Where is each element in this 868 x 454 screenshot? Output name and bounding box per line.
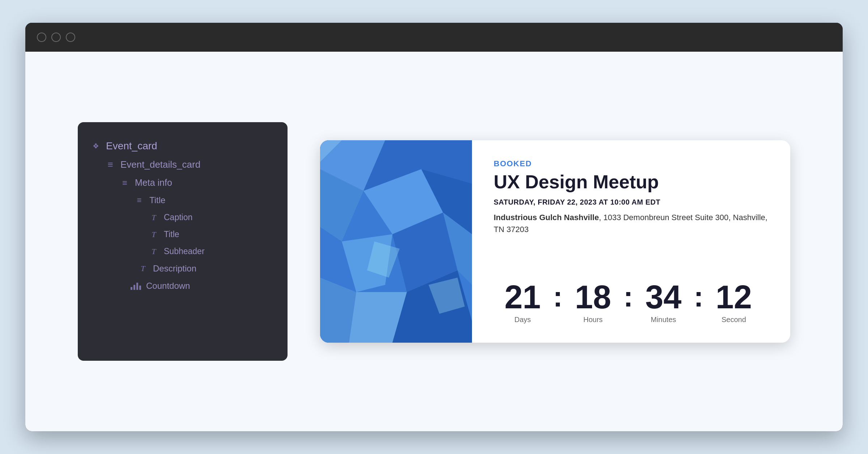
tree-label-event-card: Event_card bbox=[106, 140, 157, 152]
tree-label-event-details-card: Event_details_card bbox=[120, 159, 200, 170]
countdown-minutes: 34 Minutes bbox=[634, 281, 692, 324]
tree-item-meta-info[interactable]: Meta info bbox=[91, 174, 275, 192]
minutes-value: 34 bbox=[645, 281, 681, 313]
card-content-area: BOOKED UX Design Meetup SATURDAY, FRIDAY… bbox=[472, 140, 790, 343]
separator-2: : bbox=[622, 282, 635, 311]
tree-label-countdown: Countdown bbox=[146, 281, 190, 291]
hours-value: 18 bbox=[575, 281, 611, 313]
tree-label-subheader: Subheader bbox=[164, 247, 205, 256]
countdown-hours: 18 Hours bbox=[564, 281, 622, 324]
event-badge: BOOKED bbox=[494, 159, 769, 168]
countdown-timer: 21 Days : 18 Hours : 34 Minutes : bbox=[494, 281, 769, 324]
countdown-days: 21 Days bbox=[494, 281, 552, 324]
event-title: UX Design Meetup bbox=[494, 171, 769, 193]
tree-item-title-text[interactable]: Title bbox=[91, 226, 275, 243]
tree-item-event-card[interactable]: Event_card bbox=[91, 137, 275, 155]
text-icon-caption bbox=[149, 213, 159, 222]
maximize-button[interactable] bbox=[66, 33, 75, 42]
tree-label-title-text: Title bbox=[164, 230, 179, 239]
minimize-button[interactable] bbox=[51, 33, 61, 42]
component-tree-panel: Event_card Event_details_card Meta info … bbox=[78, 122, 288, 361]
tree-item-caption[interactable]: Caption bbox=[91, 209, 275, 226]
tree-item-event-details-card[interactable]: Event_details_card bbox=[91, 155, 275, 174]
event-date: SATURDAY, FRIDAY 22, 2023 AT 10:00 AM ED… bbox=[494, 198, 769, 206]
seconds-value: 12 bbox=[716, 281, 752, 313]
titlebar bbox=[25, 23, 843, 52]
browser-content: Event_card Event_details_card Meta info … bbox=[25, 52, 843, 431]
hours-label: Hours bbox=[583, 316, 603, 324]
tree-label-caption: Caption bbox=[164, 213, 192, 222]
tree-label-meta-info: Meta info bbox=[135, 177, 172, 188]
event-location-name: Industrious Gulch Nashville bbox=[494, 213, 599, 222]
minutes-label: Minutes bbox=[651, 316, 676, 324]
tree-item-title-group[interactable]: Title bbox=[91, 192, 275, 209]
separator-1: : bbox=[552, 282, 564, 311]
seconds-label: Second bbox=[722, 316, 746, 324]
separator-3: : bbox=[692, 282, 705, 311]
tree-item-description[interactable]: Description bbox=[91, 260, 275, 277]
tree-label-description: Description bbox=[153, 264, 196, 274]
card-background bbox=[320, 140, 472, 343]
text-icon-title bbox=[149, 230, 159, 239]
close-button[interactable] bbox=[37, 33, 46, 42]
text-icon-subheader bbox=[149, 247, 159, 256]
event-location: Industrious Gulch Nashville, 1033 Demonb… bbox=[494, 211, 769, 235]
window-controls bbox=[37, 33, 75, 42]
lines-icon-2 bbox=[120, 178, 130, 188]
days-label: Days bbox=[514, 316, 531, 324]
bar-chart-icon bbox=[131, 282, 141, 290]
days-value: 21 bbox=[505, 281, 541, 313]
lines-icon-1 bbox=[105, 159, 115, 170]
tree-label-title-group: Title bbox=[149, 195, 165, 205]
tree-item-countdown[interactable]: Countdown bbox=[91, 277, 275, 295]
event-card-preview: BOOKED UX Design Meetup SATURDAY, FRIDAY… bbox=[320, 140, 790, 343]
countdown-seconds: 12 Second bbox=[705, 281, 763, 324]
text-icon-description bbox=[138, 264, 148, 273]
grid-icon bbox=[91, 142, 101, 150]
browser-window: Event_card Event_details_card Meta info … bbox=[25, 23, 843, 431]
lines-icon-3 bbox=[134, 196, 144, 205]
tree-item-subheader[interactable]: Subheader bbox=[91, 243, 275, 260]
